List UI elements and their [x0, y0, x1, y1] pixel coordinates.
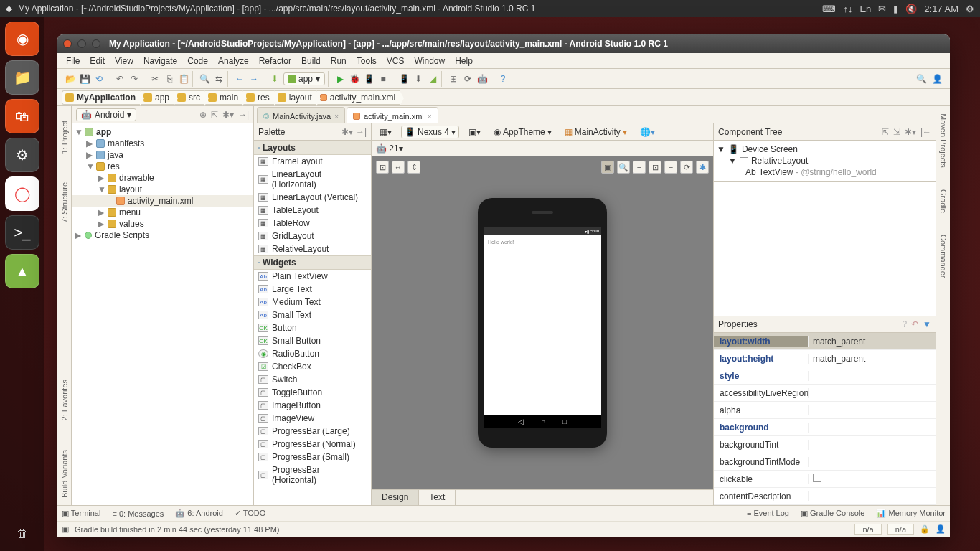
copy-icon[interactable]: ⎘: [164, 73, 175, 85]
tree-app[interactable]: app: [96, 127, 111, 137]
tool-android[interactable]: 🤖 6: Android: [175, 509, 223, 518]
property-row[interactable]: clickable: [714, 471, 936, 488]
project-settings-icon[interactable]: ✱▾: [222, 110, 234, 120]
text-tab[interactable]: Text: [419, 490, 456, 505]
activity-selector[interactable]: ▦ MainActivity▾: [561, 126, 631, 138]
palette-item[interactable]: ▢ProgressBar (Small): [254, 451, 371, 463]
canvas-align-icon[interactable]: ⇕: [407, 161, 420, 174]
palette-item[interactable]: ▦TableRow: [254, 217, 371, 230]
canvas-settings-icon[interactable]: ✱: [696, 161, 709, 174]
crumb-file[interactable]: activity_main.xml: [316, 90, 400, 105]
close-icon[interactable]: ×: [334, 113, 339, 121]
menu-help[interactable]: Help: [451, 55, 477, 67]
palette-item[interactable]: ▦LinearLayout (Vertical): [254, 191, 371, 204]
palette-item[interactable]: AbSmall Text: [254, 309, 371, 321]
palette-item[interactable]: ▢Switch: [254, 373, 371, 386]
menu-view[interactable]: View: [110, 55, 138, 67]
tool-commander[interactable]: Commander: [939, 235, 948, 278]
canvas-refresh-icon[interactable]: ⟳: [680, 161, 693, 174]
ct-textview[interactable]: TextView - @string/hello_world: [759, 167, 877, 177]
palette-item[interactable]: ▦RelativeLayout: [254, 242, 371, 255]
launcher-chrome[interactable]: ◯: [5, 176, 39, 211]
undo-icon[interactable]: ↶: [114, 73, 126, 85]
open-icon[interactable]: 📂: [65, 73, 76, 85]
launcher-software[interactable]: 🛍: [5, 99, 39, 133]
property-row[interactable]: layout:heightmatch_parent: [714, 350, 936, 367]
palette-settings-icon[interactable]: ✱▾: [341, 127, 353, 137]
design-tab[interactable]: Design: [372, 490, 419, 505]
palette-item[interactable]: ▦LinearLayout (Horizontal): [254, 168, 371, 191]
status-lock-icon[interactable]: 🔒: [920, 524, 930, 534]
menu-code[interactable]: Code: [183, 55, 212, 67]
attach-debug-icon[interactable]: 📱: [363, 73, 374, 85]
crumb-main[interactable]: main: [204, 90, 242, 105]
user-icon[interactable]: 👤: [931, 73, 943, 85]
canvas-pan-icon[interactable]: ↔: [392, 161, 405, 174]
palette-item[interactable]: AbLarge Text: [254, 283, 371, 296]
crumb-project[interactable]: MyApplication: [62, 90, 140, 105]
tool-maven[interactable]: Maven Projects: [939, 113, 948, 168]
canvas-select-icon[interactable]: ⊡: [376, 161, 389, 174]
sound-icon[interactable]: 🔇: [905, 4, 917, 14]
tree-drawable[interactable]: drawable: [119, 173, 154, 183]
props-filter-icon[interactable]: ▼: [923, 319, 931, 329]
stop-icon[interactable]: ■: [377, 73, 389, 85]
menu-analyze[interactable]: Analyze: [214, 55, 253, 67]
menu-navigate[interactable]: Navigate: [139, 55, 182, 67]
palette-item[interactable]: OKSmall Button: [254, 334, 371, 347]
palette-item[interactable]: AbMedium Text: [254, 296, 371, 309]
avd-icon[interactable]: 📱: [398, 73, 410, 85]
tool-favorites[interactable]: 2: Favorites: [60, 380, 69, 420]
canvas-zoomplus-icon[interactable]: 🔍: [617, 161, 630, 174]
palette-item[interactable]: ▦GridLayout: [254, 230, 371, 242]
crumb-res[interactable]: res: [242, 90, 274, 105]
property-row[interactable]: contentDescription: [714, 488, 936, 505]
menu-build[interactable]: Build: [297, 55, 325, 67]
property-row[interactable]: background: [714, 419, 936, 436]
ct-expand-icon[interactable]: ⇱: [882, 127, 889, 137]
ct-collapse-icon[interactable]: ⇲: [893, 127, 900, 137]
project-view-selector[interactable]: 🤖 Android ▾: [76, 108, 136, 121]
tool-project[interactable]: 1: Project: [60, 121, 69, 154]
orientation-icon[interactable]: ▣▾: [465, 126, 484, 138]
palette-item[interactable]: ▢ImageView: [254, 412, 371, 425]
menu-tools[interactable]: Tools: [352, 55, 381, 67]
lang-indicator[interactable]: En: [859, 4, 871, 14]
launcher-android-studio[interactable]: ▲: [5, 254, 39, 288]
menu-window[interactable]: Window: [410, 55, 449, 67]
property-row[interactable]: layout:widthmatch_parent: [714, 333, 936, 350]
palette-item[interactable]: ▦FrameLayout: [254, 155, 371, 168]
sync-gradle-icon[interactable]: ⟳: [462, 73, 473, 85]
ct-settings-icon[interactable]: ✱▾: [905, 127, 916, 137]
palette-item[interactable]: OKButton: [254, 321, 371, 334]
tool-structure[interactable]: 7: Structure: [60, 182, 69, 223]
canvas-zoomsel-icon[interactable]: ▣: [601, 161, 614, 174]
tool-gradle-console[interactable]: ▣ Gradle Console: [801, 509, 865, 518]
canvas-zoomout-icon[interactable]: −: [633, 161, 646, 174]
tool-terminal[interactable]: ▣ Terminal: [62, 509, 100, 518]
tool-messages[interactable]: ≡ 0: Messages: [112, 509, 164, 518]
tree-activity-main[interactable]: activity_main.xml: [128, 196, 193, 206]
menu-refactor[interactable]: Refactor: [255, 55, 296, 67]
palette-item[interactable]: ▢ProgressBar (Horizontal): [254, 463, 371, 486]
property-row[interactable]: style: [714, 367, 936, 385]
back-icon[interactable]: ←: [234, 73, 245, 85]
replace-icon[interactable]: ⇆: [213, 73, 225, 85]
props-help-icon[interactable]: ?: [902, 319, 907, 329]
palette-item[interactable]: ▦TableLayout: [254, 204, 371, 217]
tree-values[interactable]: values: [119, 219, 144, 229]
launcher-dash[interactable]: ◉: [5, 22, 39, 56]
canvas-layers-icon[interactable]: ≡: [664, 161, 677, 174]
api-selector[interactable]: 🤖 21▾: [376, 143, 403, 154]
clock[interactable]: 2:17 AM: [924, 4, 958, 14]
menu-run[interactable]: Run: [326, 55, 351, 67]
menu-file[interactable]: File: [62, 55, 84, 67]
status-hector-icon[interactable]: 👤: [936, 524, 946, 534]
redo-icon[interactable]: ↷: [128, 73, 140, 85]
paste-icon[interactable]: 📋: [178, 73, 189, 85]
close-icon[interactable]: ×: [428, 113, 432, 121]
palette-item[interactable]: AbPlain TextView: [254, 270, 371, 283]
tree-res[interactable]: res: [108, 161, 120, 171]
property-row[interactable]: accessibilityLiveRegion: [714, 385, 936, 402]
make-icon[interactable]: ⬇: [269, 73, 281, 85]
